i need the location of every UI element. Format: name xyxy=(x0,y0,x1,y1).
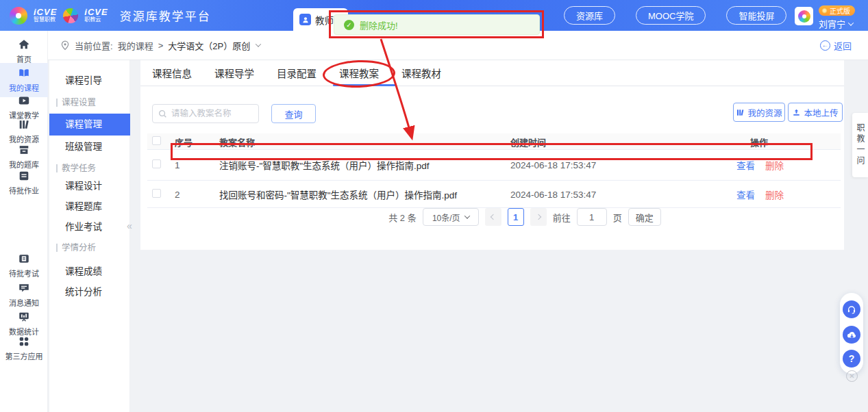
sidebar-item-label: 待批作业 xyxy=(0,185,48,196)
submenu-course-guide[interactable]: 课程引导 xyxy=(49,70,130,91)
created-time: 2024-06-18 17:53:47 xyxy=(510,160,596,170)
row-index: 1 xyxy=(175,160,180,170)
lesson-plan-name: 注销账号-"智慧职教"生态系统（用户）操作指南.pdf xyxy=(219,158,430,172)
breadcrumb: 当前位置: 我的课程 > 大学语文（2P）原创 xyxy=(75,39,260,52)
icon-sidebar: 首页 我的课程 课堂教学 我的资源 我的题库 待批作业 待批考试 消息通知 数据… xyxy=(0,31,48,412)
apps-grid-icon xyxy=(18,335,30,348)
icve-zhihuizhijiao-logo-icon xyxy=(10,7,27,25)
message-bubble-icon xyxy=(18,282,30,294)
toast-message: 删除成功! xyxy=(360,18,398,31)
back-label: 返回 xyxy=(834,39,852,52)
zhijiao-yiwen-side-tab[interactable]: 职教一问 xyxy=(852,113,868,177)
breadcrumb-prefix: 当前位置: xyxy=(75,39,113,52)
section-label: 学情分析 xyxy=(62,241,96,255)
icve-zhijiaoyun-logo-icon xyxy=(63,8,78,23)
help-button[interactable]: ? xyxy=(843,350,860,368)
home-icon xyxy=(18,38,30,51)
submenu-statistical-analysis[interactable]: 统计分析 xyxy=(49,282,130,302)
header-nav: 资源库 MOOC学院 智能投屏 xyxy=(564,6,786,25)
teacher-icon xyxy=(299,14,311,25)
teacher-tab-label: 教师 xyxy=(315,13,334,27)
column-header-index: 序号 xyxy=(175,135,193,148)
column-header-name: 教案名称 xyxy=(219,135,255,148)
submenu-course-grades[interactable]: 课程成绩 xyxy=(49,261,130,282)
page-unit-label: 页 xyxy=(613,211,622,224)
success-toast: ✓ 删除成功! xyxy=(334,14,540,35)
submenu-course-management[interactable]: 课程管理 xyxy=(49,114,130,136)
section-bar xyxy=(56,244,58,252)
customer-service-button[interactable] xyxy=(843,300,860,318)
chevron-down-icon xyxy=(848,20,854,25)
lesson-plan-table: 序号 教案名称 创建时间 操作 1 注销账号-"智慧职教"生态系统（用户）操作指… xyxy=(147,133,841,208)
submenu-section-course-settings: 课程设置 xyxy=(49,96,130,110)
row-checkbox[interactable] xyxy=(152,159,161,168)
tab-course-guide[interactable]: 课程导学 xyxy=(214,66,254,80)
delete-link[interactable]: 删除 xyxy=(765,188,784,201)
active-tab-underline xyxy=(333,84,396,86)
breadcrumb-root[interactable]: 我的课程 xyxy=(118,39,153,52)
goto-page-input[interactable] xyxy=(577,208,607,226)
tab-course-lesson-plan[interactable]: 课程教案 xyxy=(339,66,379,80)
medal-icon xyxy=(821,8,828,14)
platform-title: 资源库教学平台 xyxy=(120,7,211,24)
breadcrumb-current[interactable]: 大学语文（2P）原创 xyxy=(168,39,250,52)
submenu-course-question-bank[interactable]: 课程题库 xyxy=(49,196,130,217)
logo-area: iCVE 智慧职教 iCVE 职教云 资源库教学平台 xyxy=(0,7,211,25)
back-button[interactable]: ← 返回 xyxy=(820,39,852,52)
local-upload-label: 本地上传 xyxy=(804,106,838,119)
sidebar-item-third-party-apps[interactable]: 第三方应用 xyxy=(0,331,48,365)
view-link[interactable]: 查看 xyxy=(736,158,755,172)
page-size-select[interactable]: 10条/页 xyxy=(423,208,479,226)
tab-course-textbook[interactable]: 课程教材 xyxy=(401,66,441,80)
table-row: 1 注销账号-"智慧职教"生态系统（用户）操作指南.pdf 2024-06-18… xyxy=(147,150,841,181)
course-tabs: 课程信息 课程导学 目录配置 课程教案 课程教材 xyxy=(140,60,844,86)
table-row: 2 找回账号和密码-"智慧职教"生态系统（用户）操作指南.pdf 2024-06… xyxy=(147,181,841,208)
submenu-section-learning-analysis: 学情分析 xyxy=(49,241,130,255)
page-size-value: 10条/页 xyxy=(432,211,460,223)
prev-page-button[interactable] xyxy=(485,208,501,226)
nav-mooc-academy[interactable]: MOOC学院 xyxy=(636,6,706,25)
tab-course-info[interactable]: 课程信息 xyxy=(152,66,192,80)
submenu-section-teaching-tasks: 教学任务 xyxy=(49,162,130,175)
section-bar xyxy=(56,99,58,107)
back-arrow-icon: ← xyxy=(820,40,830,51)
select-all-checkbox[interactable] xyxy=(152,136,161,145)
headset-icon xyxy=(846,304,857,315)
logo-sub: 职教云 xyxy=(84,17,108,23)
user-area: 正式版 刘宵宁 xyxy=(795,5,855,30)
close-float-panel-icon[interactable]: ✕ xyxy=(846,370,858,382)
query-button[interactable]: 查询 xyxy=(271,104,316,123)
sidebar-item-label: 第三方应用 xyxy=(0,350,48,361)
search-input[interactable] xyxy=(171,109,250,118)
local-upload-button[interactable]: 本地上传 xyxy=(788,103,843,122)
my-resources-button[interactable]: 我的资源 xyxy=(733,103,785,122)
confirm-button[interactable]: 确定 xyxy=(628,208,661,226)
sidebar-item-pending-homework[interactable]: 待批作业 xyxy=(0,166,48,200)
view-link[interactable]: 查看 xyxy=(736,188,755,201)
floating-tool-panel: ? xyxy=(840,293,863,374)
cloud-download-button[interactable] xyxy=(843,326,860,344)
submenu-collapse-handle[interactable]: « xyxy=(127,220,132,231)
section-label: 教学任务 xyxy=(62,162,96,175)
nav-resource-library[interactable]: 资源库 xyxy=(564,6,615,25)
delete-link[interactable]: 删除 xyxy=(765,158,784,172)
chevron-down-icon[interactable] xyxy=(256,41,261,47)
tab-catalog-config[interactable]: 目录配置 xyxy=(277,66,317,80)
open-book-icon xyxy=(18,67,30,79)
upload-icon xyxy=(792,108,801,117)
submenu-course-design[interactable]: 课程设计 xyxy=(49,176,130,196)
breadcrumb-bar: 当前位置: 我的课程 > 大学语文（2P）原创 ← 返回 xyxy=(48,31,868,60)
lesson-plan-name: 找回账号和密码-"智慧职教"生态系统（用户）操作指南.pdf xyxy=(219,188,457,201)
chevron-right-icon xyxy=(535,214,541,220)
submenu-class-management[interactable]: 班级管理 xyxy=(49,137,130,157)
section-bar xyxy=(56,164,58,172)
submenu-homework-exam[interactable]: 作业考试 xyxy=(49,217,130,237)
success-check-icon: ✓ xyxy=(344,20,354,30)
user-menu[interactable]: 刘宵宁 xyxy=(819,17,853,30)
homework-doc-icon xyxy=(18,170,30,182)
nav-smart-casting[interactable]: 智能投屏 xyxy=(726,6,786,25)
row-checkbox[interactable] xyxy=(152,189,161,198)
page-number-button[interactable]: 1 xyxy=(508,208,524,226)
next-page-button[interactable] xyxy=(530,208,547,226)
avatar[interactable] xyxy=(795,7,813,25)
